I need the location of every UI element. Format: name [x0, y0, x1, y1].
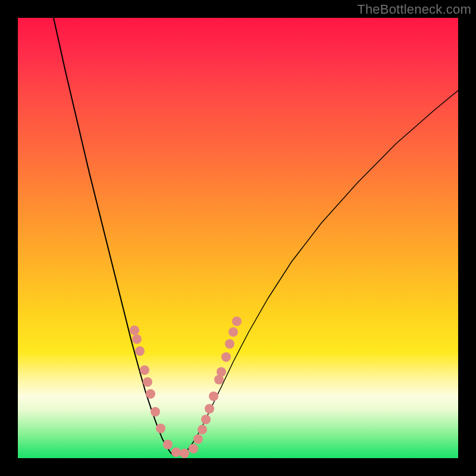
curve-left-branch	[54, 18, 174, 456]
scatter-dot	[221, 352, 231, 362]
scatter-dot	[225, 339, 234, 349]
scatter-dots	[130, 317, 242, 458]
scatter-dot	[189, 444, 198, 453]
curve-right-branch	[181, 90, 458, 456]
scatter-dot	[143, 377, 152, 387]
scatter-dot	[232, 317, 242, 326]
watermark-text: TheBottleneck.com	[357, 2, 471, 17]
scatter-dot	[198, 425, 207, 434]
scatter-dot	[201, 415, 211, 424]
scatter-dot	[151, 407, 160, 416]
scatter-dot	[130, 325, 139, 335]
scatter-dot	[163, 440, 173, 449]
scatter-dot	[132, 334, 142, 344]
scatter-dot	[228, 327, 238, 337]
scatter-dot	[171, 447, 181, 457]
scatter-dot	[180, 449, 189, 458]
scatter-dot	[146, 389, 155, 399]
scatter-dot	[193, 434, 203, 444]
scatter-dot	[156, 424, 165, 433]
chart-svg	[18, 18, 458, 458]
scatter-dot	[205, 404, 214, 414]
scatter-dot	[135, 346, 145, 356]
scatter-dot	[217, 367, 226, 377]
scatter-dot	[209, 392, 218, 401]
scatter-dot	[140, 365, 149, 375]
chart-area	[18, 18, 458, 458]
